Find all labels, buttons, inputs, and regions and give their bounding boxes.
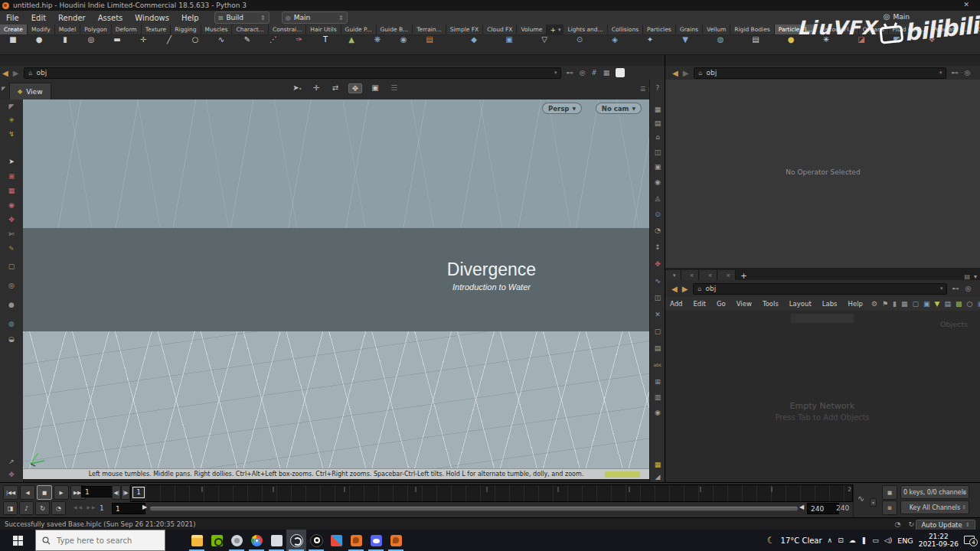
app-media-app[interactable] bbox=[227, 530, 247, 551]
shelf-tool-drip-particle-fluid[interactable]: ▼ bbox=[668, 35, 703, 54]
weather-text[interactable]: 17°C Clear bbox=[781, 536, 822, 545]
select-mode-icon[interactable]: ➤▾ bbox=[291, 83, 303, 93]
viewport-menu-icon[interactable]: ☰ bbox=[388, 83, 400, 93]
shelf-tool-crown-splash-particle-fluid[interactable]: ✦ bbox=[632, 35, 668, 54]
close-window-button[interactable]: ✕ bbox=[963, 1, 969, 8]
scene-path-field[interactable]: ⌂ obj ▾ bbox=[24, 67, 561, 79]
wand-tool-icon[interactable]: ↗ bbox=[0, 458, 23, 465]
radial-icon[interactable]: ◎ bbox=[579, 69, 585, 77]
pot-tool-icon[interactable]: ◒ bbox=[0, 335, 23, 343]
keyframe-set-icon[interactable]: ⊞ bbox=[882, 500, 897, 515]
back-arrow-icon[interactable]: ◀ bbox=[0, 69, 11, 77]
chevron-down-icon[interactable]: ▾ bbox=[974, 273, 977, 280]
network-menu-layout[interactable]: Layout bbox=[784, 300, 817, 308]
clock-icon[interactable]: ◔ bbox=[650, 227, 665, 234]
cloud-tray-icon[interactable]: ☁ bbox=[849, 536, 856, 544]
lock-view-icon[interactable]: ▣ bbox=[650, 163, 665, 171]
pose-tool-icon[interactable]: ✥ bbox=[0, 216, 23, 223]
cut-tool-icon[interactable]: ✄ bbox=[0, 230, 23, 238]
shelf-tab-terrain[interactable]: Terrain... bbox=[413, 24, 446, 34]
display-tray-icon[interactable]: ▭ bbox=[872, 536, 879, 544]
swatch-icon[interactable]: ▮ bbox=[893, 300, 897, 308]
shelf-tool-box[interactable]: ■ bbox=[0, 35, 26, 54]
keyframe-scope-icon[interactable]: ▦ bbox=[882, 485, 897, 500]
shelf-tab-volume[interactable]: Volume bbox=[517, 24, 547, 34]
stop-button[interactable]: ■ bbox=[37, 485, 52, 500]
shelf-tool-spray-paint[interactable]: ✑ bbox=[286, 35, 312, 54]
pane-grip-icon[interactable]: ◤ bbox=[2, 86, 5, 92]
frame-icon[interactable]: ▢ bbox=[650, 328, 665, 335]
app-obs-studio[interactable] bbox=[286, 530, 306, 551]
current-frame-field[interactable]: 1 bbox=[81, 486, 115, 497]
layout-icon[interactable]: ▦ bbox=[603, 69, 610, 77]
app-houdini-2[interactable] bbox=[386, 530, 406, 551]
shelf-tool-curve[interactable]: ∿ bbox=[208, 35, 234, 54]
dot-blue-icon[interactable]: ⊙ bbox=[650, 210, 665, 218]
play-button[interactable]: ▶ bbox=[54, 485, 69, 500]
viewport-canvas[interactable]: Divergence Introduction to Water Persp ▼… bbox=[23, 99, 649, 468]
menu-file[interactable]: File bbox=[0, 14, 25, 22]
shelf-tab-vellum[interactable]: Vellum bbox=[703, 24, 730, 34]
snap-grid-icon[interactable]: # bbox=[591, 69, 597, 77]
pane-menu-icon[interactable]: ☰ bbox=[640, 86, 645, 93]
range-start-field[interactable]: 1 bbox=[112, 503, 145, 514]
shelf-tool-grid[interactable]: ▬ bbox=[104, 35, 130, 54]
shelf-tab-muscles[interactable]: Muscles bbox=[201, 24, 233, 34]
close-tab-icon[interactable]: × bbox=[690, 272, 694, 279]
snapshot-icon[interactable]: ◫ bbox=[650, 148, 665, 156]
shelf-tool-null[interactable]: ✛ bbox=[130, 35, 156, 54]
shelf-tab-hair-utils[interactable]: Hair Utils bbox=[306, 24, 341, 34]
measure-icon[interactable]: ↕ bbox=[650, 243, 665, 251]
shelf-tool-sculpted-particle-fluid[interactable]: ◈ bbox=[597, 35, 632, 54]
weather-moon-icon[interactable]: ☾ bbox=[767, 535, 776, 546]
playbar-display-icon[interactable]: ◨ bbox=[3, 501, 18, 515]
shelf-tab-modify[interactable]: Modify bbox=[28, 24, 55, 34]
viewport-tab[interactable]: ◆ View bbox=[9, 83, 51, 99]
image-icon[interactable]: ▣ bbox=[977, 300, 980, 308]
close-tab-icon[interactable]: × bbox=[726, 272, 730, 279]
back-arrow-icon[interactable]: ◀ bbox=[669, 285, 680, 293]
shelf-tool-flip-tank[interactable]: ▣ bbox=[492, 35, 527, 54]
motion-fx-icon[interactable]: ∿ bbox=[858, 494, 864, 504]
app-nvidia[interactable] bbox=[207, 530, 227, 551]
menu-assets[interactable]: Assets bbox=[92, 14, 129, 22]
select-objects-icon[interactable]: ✛ bbox=[310, 83, 322, 93]
shelf-tab-model[interactable]: Model bbox=[55, 24, 81, 34]
close-tab-icon[interactable]: × bbox=[707, 272, 712, 279]
sphere-tool-icon[interactable]: ● bbox=[0, 301, 23, 308]
rewind-button[interactable]: |◀◀ bbox=[3, 485, 18, 500]
pane-tab-asset-browser[interactable]: × bbox=[717, 270, 736, 280]
back-arrow-icon[interactable]: ◀ bbox=[670, 69, 681, 77]
parameters-path-field[interactable]: ⌂ obj ▾ bbox=[694, 67, 946, 79]
key-mode-dropdown[interactable]: Key All Channels ⇕ bbox=[900, 500, 969, 514]
cone-icon[interactable]: ◬ bbox=[650, 194, 665, 202]
shelf-tab-constrai[interactable]: Constrai... bbox=[269, 24, 306, 34]
volume-tray-icon[interactable]: ◁) bbox=[884, 536, 892, 544]
forward-arrow-icon[interactable]: ▶ bbox=[680, 285, 691, 293]
rings-tool-icon[interactable]: ◎ bbox=[0, 282, 23, 289]
network-editor-canvas[interactable]: Objects Empty Network Press Tab to Add O… bbox=[665, 311, 980, 482]
step-back-button[interactable]: ◀| bbox=[112, 485, 121, 500]
chevron-down-icon[interactable]: ▾ bbox=[870, 498, 877, 507]
corner-icon[interactable]: ◢ bbox=[650, 473, 665, 481]
shelf-tool-emit-particle-fluid[interactable]: ▽ bbox=[527, 35, 562, 54]
shelf-tab-container[interactable]: Container... bbox=[974, 24, 980, 34]
display-options-icon[interactable]: ✳ bbox=[0, 116, 23, 124]
shelf-tab-guide-b[interactable]: Guide B... bbox=[377, 24, 413, 34]
pane-tab-material-palette[interactable]: × bbox=[699, 270, 717, 280]
refresh-icon[interactable]: ↻ bbox=[908, 520, 914, 528]
shelf-tab-grains[interactable]: Grains bbox=[676, 24, 703, 34]
filter-icon[interactable]: ▼ bbox=[935, 300, 940, 308]
app-pin-app[interactable] bbox=[306, 530, 326, 551]
shelf-tab-cloud-fx[interactable]: Cloud FX bbox=[483, 24, 517, 34]
radial-icon[interactable]: ◎ bbox=[964, 69, 970, 77]
shelf-tool-whitewater[interactable]: ✳ bbox=[808, 35, 844, 54]
hand-icon[interactable]: ✥ bbox=[650, 260, 665, 268]
radial-icon[interactable]: ◎ bbox=[965, 285, 971, 292]
shelf-tab-viscous-fl[interactable]: Viscous Fl... bbox=[816, 24, 858, 34]
app-notes-app[interactable] bbox=[266, 530, 286, 551]
microphone-tray-icon[interactable]: ❚ bbox=[861, 536, 867, 544]
shelf-tool-path[interactable]: ⋰ bbox=[260, 35, 286, 54]
shelf-tool-sphere[interactable]: ● bbox=[26, 35, 52, 54]
wave-icon[interactable]: ∿ bbox=[650, 277, 665, 285]
